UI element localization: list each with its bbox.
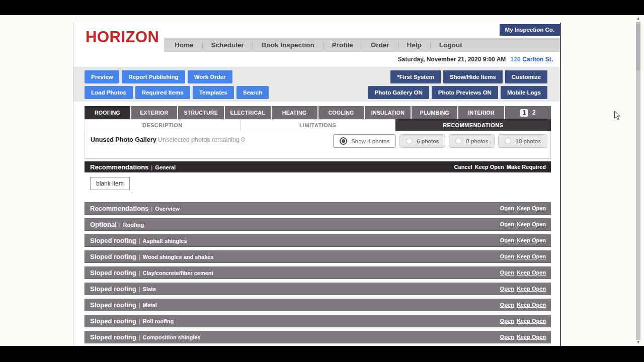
toolbar-button-photo-previews-on[interactable]: Photo Previews ON bbox=[432, 86, 498, 99]
title-separator: | bbox=[139, 302, 140, 308]
toolbar-button-search[interactable]: Search bbox=[236, 86, 269, 99]
action-cancel[interactable]: Cancel bbox=[454, 164, 472, 170]
section-row-category: Sloped roofing bbox=[90, 317, 136, 325]
nav-item-profile[interactable]: Profile bbox=[324, 41, 362, 49]
address-link[interactable]: 120Carlton St. bbox=[510, 56, 553, 63]
blank-item-button[interactable]: blank item bbox=[90, 177, 130, 190]
title-separator: | bbox=[139, 238, 140, 244]
photo-option-10-photos[interactable]: 10 photos bbox=[498, 134, 547, 148]
toolbar-button-load-photos[interactable]: Load Photos bbox=[85, 86, 133, 99]
tab-cooling[interactable]: COOLING bbox=[318, 106, 364, 119]
link-open[interactable]: Open bbox=[500, 269, 514, 276]
tab-heating[interactable]: HEATING bbox=[272, 106, 317, 119]
toolbar-button-required-items[interactable]: Required Items bbox=[135, 86, 190, 99]
link-open[interactable]: Open bbox=[500, 302, 514, 308]
link-keep-open[interactable]: Keep Open bbox=[517, 205, 546, 211]
tab-interior[interactable]: INTERIOR bbox=[458, 106, 504, 119]
section-row-sloped-roofing-metal[interactable]: Sloped roofing|MetalOpenKeep Open bbox=[85, 299, 551, 311]
toolbar-button-show-hide-items[interactable]: Show/Hide Items bbox=[443, 70, 503, 83]
action-make-required[interactable]: Make Required bbox=[507, 164, 546, 170]
mouse-cursor-icon bbox=[613, 111, 622, 122]
toolbar-button-templates[interactable]: Templates bbox=[193, 86, 234, 99]
nav-item-help[interactable]: Help bbox=[398, 41, 430, 49]
tab-pager[interactable]: 12 bbox=[505, 106, 551, 119]
section-row-sloped-roofing-slate[interactable]: Sloped roofing|SlateOpenKeep Open bbox=[85, 283, 551, 295]
link-open[interactable]: Open bbox=[500, 318, 514, 324]
nav-item-book-inspection[interactable]: Book Inspection bbox=[253, 41, 323, 49]
page-number-1[interactable]: 1 bbox=[520, 109, 528, 117]
section-row-links: OpenKeep Open bbox=[500, 286, 546, 292]
toolbar-row2-right: Photo Gallery ONPhoto Previews ONMobile … bbox=[368, 86, 547, 99]
link-open[interactable]: Open bbox=[500, 205, 514, 211]
section-row-optional-roofing[interactable]: Optional|RoofingOpenKeep Open bbox=[85, 218, 551, 231]
toolbar-button-work-order[interactable]: Work Order bbox=[188, 70, 232, 83]
radio-selected-icon bbox=[340, 137, 347, 145]
link-keep-open[interactable]: Keep Open bbox=[517, 253, 546, 259]
toolbar-button-report-publishing[interactable]: Report Publishing bbox=[122, 70, 185, 83]
radio-icon bbox=[505, 138, 511, 144]
section-row-title: Sloped roofing|Composition shingles bbox=[90, 333, 200, 341]
nav-item-scheduler[interactable]: Scheduler bbox=[203, 41, 253, 49]
scrollbar-track[interactable] bbox=[636, 22, 640, 340]
link-open[interactable]: Open bbox=[500, 253, 514, 259]
link-keep-open[interactable]: Keep Open bbox=[517, 302, 546, 308]
scrollbar-down-icon[interactable]: ▼ bbox=[636, 339, 640, 345]
tab-roofing[interactable]: ROOFING bbox=[85, 106, 130, 119]
toolbar-button-first-system[interactable]: *First System bbox=[390, 70, 441, 83]
toolbar-button-photo-gallery-on[interactable]: Photo Gallery ON bbox=[368, 86, 429, 99]
action-keep-open[interactable]: Keep Open bbox=[475, 164, 504, 170]
section-row-links: OpenKeep Open bbox=[500, 221, 546, 227]
tab-exterior[interactable]: EXTERIOR bbox=[131, 106, 177, 119]
link-keep-open[interactable]: Keep Open bbox=[517, 269, 546, 276]
page-number-2[interactable]: 2 bbox=[532, 109, 536, 116]
horizon-logo: HORIZON bbox=[86, 28, 159, 46]
section-row-sloped-roofing-asphalt-shingles[interactable]: Sloped roofing|Asphalt shinglesOpenKeep … bbox=[85, 234, 551, 247]
nav-item-order[interactable]: Order bbox=[362, 41, 398, 49]
subtab-limitations[interactable]: LIMITATIONS bbox=[240, 119, 396, 131]
section-row-links: OpenKeep Open bbox=[500, 318, 546, 324]
tab-insulation[interactable]: INSULATION bbox=[365, 106, 411, 119]
subtab-recommendations[interactable]: RECOMMENDATIONS bbox=[395, 119, 551, 131]
section-row-recommendations-overview[interactable]: Recommendations|OverviewOpenKeep Open bbox=[85, 202, 551, 215]
link-open[interactable]: Open bbox=[500, 221, 514, 227]
section-row-name: Wood shingles and shakes bbox=[143, 254, 214, 260]
section-row-sloped-roofing-composition-shingles[interactable]: Sloped roofing|Composition shinglesOpenK… bbox=[85, 331, 551, 343]
tab-structure[interactable]: STRUCTURE bbox=[178, 106, 224, 119]
title-separator: | bbox=[151, 164, 152, 170]
header: HORIZON My Inspection Co. HomeSchedulerB… bbox=[73, 23, 560, 52]
section-row-name: Asphalt shingles bbox=[143, 238, 187, 244]
link-keep-open[interactable]: Keep Open bbox=[517, 286, 546, 292]
photo-option-6-photos[interactable]: 6 photos bbox=[399, 134, 445, 148]
toolbar-button-mobile-logs[interactable]: Mobile Logs bbox=[501, 86, 547, 99]
section-row-sloped-roofing-clay-concrete-fiber-cement[interactable]: Sloped roofing|Clay/concrete/fiber cemen… bbox=[85, 266, 551, 279]
photo-gallery-title-text: Unused Photo Gallery bbox=[91, 136, 156, 143]
toolbar-row-2: Load PhotosRequired ItemsTemplatesSearch… bbox=[85, 86, 547, 99]
photo-option-show-4-photos[interactable]: Show 4 photos bbox=[333, 134, 396, 148]
subtabs: DESCRIPTIONLIMITATIONSRECOMMENDATIONS bbox=[85, 119, 551, 131]
tab-electrical[interactable]: ELECTRICAL bbox=[225, 106, 271, 119]
nav-item-home[interactable]: Home bbox=[166, 41, 202, 49]
link-open[interactable]: Open bbox=[500, 237, 514, 243]
toolbar-button-preview[interactable]: Preview bbox=[85, 70, 119, 83]
link-keep-open[interactable]: Keep Open bbox=[517, 318, 546, 324]
link-open[interactable]: Open bbox=[500, 334, 514, 340]
link-keep-open[interactable]: Keep Open bbox=[517, 334, 546, 340]
toolbar-button-customize[interactable]: Customize bbox=[505, 70, 547, 83]
section-row-sloped-roofing-wood-shingles-and-shakes[interactable]: Sloped roofing|Wood shingles and shakesO… bbox=[85, 250, 551, 263]
photo-option-8-photos[interactable]: 8 photos bbox=[449, 134, 495, 148]
section-row-title: Sloped roofing|Wood shingles and shakes bbox=[90, 253, 214, 260]
link-open[interactable]: Open bbox=[500, 286, 514, 292]
app-window: HORIZON My Inspection Co. HomeSchedulerB… bbox=[73, 23, 561, 347]
link-keep-open[interactable]: Keep Open bbox=[517, 237, 546, 243]
title-separator: | bbox=[139, 334, 140, 340]
tab-plumbing[interactable]: PLUMBING bbox=[412, 106, 457, 119]
scrollbar-up-icon[interactable]: ▲ bbox=[636, 16, 640, 22]
link-keep-open[interactable]: Keep Open bbox=[517, 221, 546, 227]
open-section-header[interactable]: Recommendations | General CancelKeep Ope… bbox=[85, 161, 551, 172]
section-row-sloped-roofing-roll-roofing[interactable]: Sloped roofing|Roll roofingOpenKeep Open bbox=[85, 315, 551, 327]
nav-item-logout[interactable]: Logout bbox=[431, 41, 471, 49]
section-row-name: Metal bbox=[143, 302, 157, 308]
subtab-description[interactable]: DESCRIPTION bbox=[85, 119, 240, 131]
scrollbar-thumb[interactable] bbox=[636, 24, 640, 70]
section-row-links: OpenKeep Open bbox=[500, 237, 546, 243]
